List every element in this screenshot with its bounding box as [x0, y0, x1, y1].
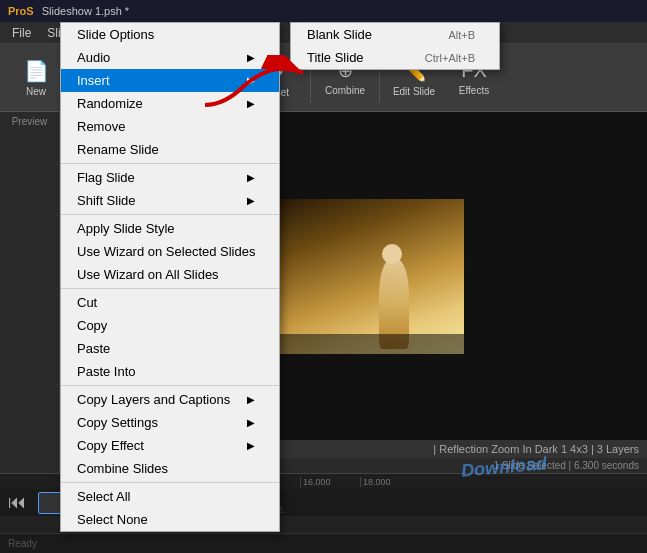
toolbar-new-btn[interactable]: 📄 New: [8, 49, 64, 107]
menu-select-all[interactable]: Select All: [61, 485, 279, 508]
copy-effect-arrow: ▶: [247, 440, 255, 451]
menu-wizard-all[interactable]: Use Wizard on All Slides: [61, 263, 279, 286]
insert-submenu[interactable]: Blank Slide Alt+B Title Slide Ctrl+Alt+B: [290, 22, 500, 70]
combine-slides-label: Combine Slides: [77, 461, 168, 476]
blank-slide-shortcut: Alt+B: [448, 29, 475, 41]
slide-options-label: Slide Options: [77, 27, 154, 42]
randomize-arrow: ▶: [247, 98, 255, 109]
menu-copy-effect[interactable]: Copy Effect ▶: [61, 434, 279, 457]
toolbar-effects-label: Effects: [459, 85, 489, 96]
menu-wizard-selected[interactable]: Use Wizard on Selected Slides: [61, 240, 279, 263]
title-slide-label: Title Slide: [307, 50, 364, 65]
wizard-selected-label: Use Wizard on Selected Slides: [77, 244, 255, 259]
toolbar-combine-label: Combine: [325, 85, 365, 96]
select-none-label: Select None: [77, 512, 148, 527]
select-all-label: Select All: [77, 489, 130, 504]
menu-slide-options[interactable]: Slide Options: [61, 23, 279, 46]
left-panel: Preview: [0, 112, 60, 473]
sep3: [61, 288, 279, 289]
menu-insert[interactable]: Insert ▶: [61, 69, 279, 92]
insert-label: Insert: [77, 73, 110, 88]
menu-shift-slide[interactable]: Shift Slide ▶: [61, 189, 279, 212]
ruler-mark-3: 16.000: [300, 477, 360, 487]
file-title: Slideshow 1.psh *: [42, 5, 129, 17]
play-button[interactable]: ⏮: [4, 488, 30, 517]
sep2: [61, 214, 279, 215]
title-slide-shortcut: Ctrl+Alt+B: [425, 52, 475, 64]
shift-slide-label: Shift Slide: [77, 193, 136, 208]
menu-copy-settings[interactable]: Copy Settings ▶: [61, 411, 279, 434]
menu-title-slide[interactable]: Title Slide Ctrl+Alt+B: [291, 46, 499, 69]
primary-menu[interactable]: Slide Options Audio ▶ Insert ▶ Randomize…: [60, 22, 280, 532]
cut-label: Cut: [77, 295, 97, 310]
menu-audio[interactable]: Audio ▶: [61, 46, 279, 69]
toolbar-new-label: New: [26, 86, 46, 97]
ruler-mark-4: 18.000: [360, 477, 420, 487]
sep5: [61, 482, 279, 483]
menu-select-none[interactable]: Select None: [61, 508, 279, 531]
insert-arrow: ▶: [247, 75, 255, 86]
menu-paste-into[interactable]: Paste Into: [61, 360, 279, 383]
status-text: Ready: [8, 538, 37, 549]
menu-blank-slide[interactable]: Blank Slide Alt+B: [291, 23, 499, 46]
menu-rename-slide[interactable]: Rename Slide: [61, 138, 279, 161]
copy-label: Copy: [77, 318, 107, 333]
app-logo: ProS: [8, 5, 34, 17]
menu-remove[interactable]: Remove: [61, 115, 279, 138]
rename-slide-label: Rename Slide: [77, 142, 159, 157]
flag-slide-label: Flag Slide: [77, 170, 135, 185]
randomize-label: Randomize: [77, 96, 143, 111]
sep1: [61, 163, 279, 164]
menu-combine-slides[interactable]: Combine Slides: [61, 457, 279, 480]
paste-label: Paste: [77, 341, 110, 356]
sep4: [61, 385, 279, 386]
paste-into-label: Paste Into: [77, 364, 136, 379]
menu-flag-slide[interactable]: Flag Slide ▶: [61, 166, 279, 189]
preview-label: Preview: [4, 116, 55, 127]
new-icon: 📄: [24, 59, 49, 83]
copy-effect-label: Copy Effect: [77, 438, 144, 453]
copy-settings-label: Copy Settings: [77, 415, 158, 430]
copy-layers-arrow: ▶: [247, 394, 255, 405]
menu-copy-layers[interactable]: Copy Layers and Captions ▶: [61, 388, 279, 411]
title-bar: ProS Slideshow 1.psh *: [0, 0, 647, 22]
status-bar: Ready: [0, 533, 647, 553]
blank-slide-label: Blank Slide: [307, 27, 372, 42]
copy-layers-label: Copy Layers and Captions: [77, 392, 230, 407]
remove-label: Remove: [77, 119, 125, 134]
menu-apply-style[interactable]: Apply Slide Style: [61, 217, 279, 240]
menu-randomize[interactable]: Randomize ▶: [61, 92, 279, 115]
audio-arrow: ▶: [247, 52, 255, 63]
copy-settings-arrow: ▶: [247, 417, 255, 428]
menu-copy[interactable]: Copy: [61, 314, 279, 337]
flag-slide-arrow: ▶: [247, 172, 255, 183]
wizard-all-label: Use Wizard on All Slides: [77, 267, 219, 282]
menu-paste[interactable]: Paste: [61, 337, 279, 360]
toolbar-editslide-label: Edit Slide: [393, 86, 435, 97]
menu-file[interactable]: File: [4, 22, 39, 43]
shift-slide-arrow: ▶: [247, 195, 255, 206]
audio-label: Audio: [77, 50, 110, 65]
menu-cut[interactable]: Cut: [61, 291, 279, 314]
apply-style-label: Apply Slide Style: [77, 221, 175, 236]
